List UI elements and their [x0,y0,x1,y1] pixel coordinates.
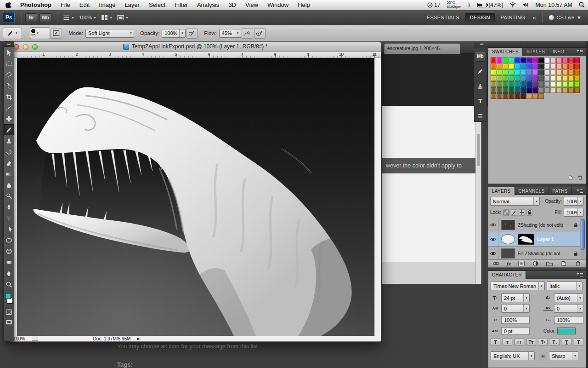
fill-select[interactable]: 100%▼ [564,208,584,217]
layers-scrollbar[interactable] [580,218,585,259]
swatch[interactable] [562,63,568,69]
swatch[interactable] [526,58,532,63]
layer-comps-icon[interactable] [475,111,486,121]
swatch[interactable] [526,81,532,87]
tab-swatches[interactable]: SWATCHES [488,48,523,56]
swatch[interactable] [509,93,514,99]
swatch[interactable] [514,75,520,81]
swatch[interactable] [491,63,496,69]
menu-filter[interactable]: Filter [170,0,192,10]
workspace-painting[interactable]: PAINTING [496,13,530,22]
screen-mode-button[interactable]: ▼ [115,14,131,22]
workspace-overflow-button[interactable]: » [530,14,538,21]
browser-scroll-thumb[interactable] [477,134,480,166]
swatch[interactable] [514,69,520,75]
swatch[interactable] [503,58,508,63]
pen-tool[interactable] [4,201,14,213]
all-caps-button[interactable]: TT [514,339,524,346]
clone-source-icon[interactable] [475,81,486,92]
swatch[interactable] [520,63,526,69]
status-widget[interactable] [32,337,38,341]
swatch[interactable] [503,75,508,81]
swatch[interactable] [497,58,502,63]
launch-minibridge-button[interactable]: Mb [40,13,51,22]
swatch[interactable] [491,93,496,99]
flow-select[interactable]: 45%▼ [219,29,241,38]
swatch[interactable] [514,93,520,99]
swatch[interactable] [503,87,508,93]
tab-channels[interactable]: CHANNELS [515,187,549,195]
swatch[interactable] [520,81,526,87]
visibility-toggle[interactable] [488,232,498,246]
browser-scrollbar[interactable] [475,106,481,284]
swatch[interactable] [538,58,544,63]
baseline-shift-field[interactable]: 0 pt [501,327,530,335]
wifi-icon[interactable] [506,0,519,10]
swatch[interactable] [568,63,574,69]
hand-tool[interactable] [4,268,14,279]
swatch[interactable] [562,87,568,93]
layer-group-icon[interactable] [546,260,553,267]
menu-analysis[interactable]: Analysis [192,0,224,10]
layer-thumbnail[interactable] [501,248,515,259]
temperature-menu[interactable]: 53°C 6192rpm [444,0,465,10]
delete-swatch-icon[interactable] [577,174,583,182]
cs-live-button[interactable]: CS Live ▼ [548,15,582,21]
swatch[interactable] [562,58,568,63]
superscript-button[interactable]: T¹ [538,339,548,346]
swatch[interactable] [514,81,520,87]
menu-layer[interactable]: Layer [120,0,144,10]
layer-row-fill-zshading[interactable]: Fill ZShading (do not ... [488,247,580,259]
swatch[interactable] [497,63,502,69]
minimize-button[interactable] [23,44,28,50]
eyedropper-tool[interactable] [4,102,14,113]
eraser-tool[interactable] [4,157,14,168]
swatch[interactable] [526,87,532,93]
swatch[interactable] [568,81,574,87]
layer-style-icon[interactable]: fx [507,261,511,266]
swatch[interactable] [550,87,556,93]
swatch[interactable] [544,69,550,75]
swatch[interactable] [509,81,514,87]
mini-bridge-icon[interactable]: Mb [475,51,486,62]
quick-selection-tool[interactable] [4,80,14,91]
swatch[interactable] [556,87,562,93]
lock-transparency-icon[interactable] [503,209,509,216]
strikethrough-button[interactable]: Ŧ [574,339,583,346]
bluetooth-icon[interactable]: ᛒ [464,0,474,10]
swatch[interactable] [514,87,520,93]
menu-edit[interactable]: Edit [75,0,94,10]
screen-mode-toggle[interactable] [4,317,14,327]
tracking-select[interactable]: 0▼ [554,304,583,313]
swatch[interactable] [532,75,538,81]
swatch[interactable] [491,69,496,75]
swatch[interactable] [520,69,526,75]
swatch[interactable] [544,81,550,87]
visibility-toggle[interactable] [488,247,498,259]
crop-tool[interactable] [4,91,14,102]
text-color-chip[interactable] [557,328,576,334]
swatch[interactable] [520,75,526,81]
swatch[interactable] [556,58,562,63]
history-brush-tool[interactable] [4,146,14,157]
swatch[interactable] [526,69,532,75]
zoom-button[interactable] [32,44,38,50]
panel-menu-icon[interactable] [574,187,586,195]
horizontal-scale-field[interactable]: 100% [554,316,583,324]
swatch[interactable] [497,81,502,87]
menu-window[interactable]: Window [263,0,293,10]
swatch[interactable] [526,75,532,81]
quick-mask-button[interactable] [4,307,14,317]
swatch[interactable] [514,63,520,69]
swatch[interactable] [532,93,538,99]
canvas-vertical-scrollbar[interactable] [374,58,381,336]
tablet-pressure-opacity-button[interactable] [186,28,198,39]
healing-brush-tool[interactable] [4,113,14,124]
antialias-select[interactable]: Sharp▼ [549,351,578,360]
layers-scroll-thumb[interactable] [581,219,585,250]
tab-styles[interactable]: STYLES [523,48,549,56]
swatch[interactable] [509,75,514,81]
swatch[interactable] [520,87,526,93]
clone-stamp-tool[interactable] [4,135,14,146]
swatch[interactable] [503,81,508,87]
